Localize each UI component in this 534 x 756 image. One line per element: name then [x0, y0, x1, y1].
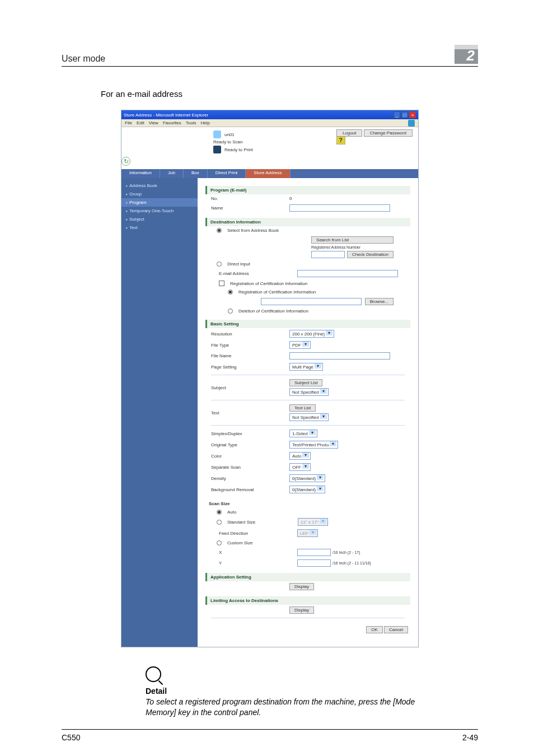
footer-page: 2-49 [462, 733, 478, 742]
window-titlebar: Store Address - Microsoft Internet Explo… [121, 110, 418, 119]
radio-select-from-address-book[interactable] [217, 228, 222, 233]
radio-deletion-cert-info[interactable] [228, 309, 233, 314]
density-select[interactable]: 0(Standard) [289, 474, 325, 482]
logout-button[interactable]: Logout [336, 129, 362, 137]
label-original-type: Original Type [211, 442, 289, 447]
refresh-icon[interactable]: ↻ [121, 157, 130, 166]
sidebar-item-address-book[interactable]: Address Book [121, 181, 198, 190]
color-select[interactable]: Auto [289, 452, 311, 460]
label-no: No. [211, 196, 289, 201]
ok-button[interactable]: OK [366, 626, 383, 633]
menu-tools[interactable]: Tools [186, 120, 196, 125]
label-density: Density [211, 476, 289, 481]
check-destination-button[interactable]: Check Destination [347, 251, 394, 258]
custom-y-input[interactable] [297, 559, 331, 567]
browse-button[interactable]: Browse... [365, 298, 394, 305]
original-type-select[interactable]: Text/Printed Photo [289, 441, 338, 449]
label-background-removal: Background Removal [211, 487, 289, 492]
cancel-button[interactable]: Cancel [384, 626, 408, 633]
status-print: Ready to Print [224, 147, 253, 152]
resolution-select[interactable]: 200 x 200 (Fine) [289, 330, 334, 338]
background-removal-select[interactable]: 0(Standard) [289, 486, 325, 493]
menu-file[interactable]: File [125, 120, 132, 125]
feed-direction-select[interactable]: LEF [297, 529, 318, 537]
radio-scan-standard[interactable] [217, 520, 222, 525]
sidebar-item-program[interactable]: Program [121, 198, 198, 207]
label-color: Color [211, 454, 289, 459]
printer-icon [213, 146, 221, 153]
standard-size-select[interactable]: 11" x 17" [298, 518, 328, 526]
label-resolution: Resolution [211, 332, 289, 337]
main-panel: Program (E-mail) No.0 Name Destination I… [198, 178, 418, 647]
tab-information[interactable]: Information [121, 169, 160, 178]
tab-job[interactable]: Job [160, 169, 184, 178]
text-list-button[interactable]: Text List [289, 404, 316, 412]
label-custom-x: X [219, 550, 297, 555]
email-address-input[interactable] [297, 270, 398, 277]
subject-list-button[interactable]: Subject List [289, 379, 322, 386]
unit-x: /16 Inch (2 - 17) [332, 550, 360, 554]
user-name: un01 [224, 132, 235, 137]
label-page-setting: Page Setting [211, 365, 289, 370]
tab-store-address[interactable]: Store Address [246, 169, 290, 178]
label-text: Text [211, 410, 289, 416]
simplex-duplex-select[interactable]: 1-Sided [289, 430, 317, 437]
registered-address-number-input[interactable] [311, 251, 345, 258]
sidebar-item-temporary-one-touch[interactable]: Temporary One-Touch [121, 207, 198, 215]
checkbox-registration-cert-info[interactable] [219, 281, 224, 286]
section-program-email: Program (E-mail) [205, 186, 410, 194]
section-destination-info: Destination Information [205, 218, 410, 226]
sidebar-item-group[interactable]: Group [121, 190, 198, 198]
label-direct-input: Direct Input [227, 262, 250, 267]
tab-direct-print[interactable]: Direct Print [208, 169, 246, 178]
status-scan: Ready to Scan [213, 139, 242, 144]
name-input[interactable] [289, 204, 390, 212]
sidebar-item-text[interactable]: Text [121, 223, 198, 232]
detail-note: Detail To select a registered program de… [146, 666, 444, 718]
radio-registration-cert-info[interactable] [228, 290, 233, 295]
label-select-from-address-book: Select from Address Book [227, 228, 279, 233]
section-limiting-access: Limiting Access to Destinations [205, 596, 410, 605]
separate-scan-select[interactable]: OFF [289, 463, 311, 471]
label-separate-scan: Separate Scan [211, 465, 289, 470]
section-basic-setting: Basic Setting [205, 320, 410, 328]
value-no: 0 [289, 196, 405, 201]
page-header: un01 Ready to Scan Ready to Print Logout… [121, 127, 418, 156]
file-name-input[interactable] [289, 352, 390, 360]
radio-direct-input[interactable] [217, 262, 222, 267]
application-display-button[interactable]: Display [289, 583, 314, 590]
sidebar-item-subject[interactable]: Subject [121, 215, 198, 223]
help-icon[interactable]: ? [336, 136, 345, 144]
menu-edit[interactable]: Edit [137, 120, 144, 125]
ie-logo-icon [408, 120, 415, 127]
custom-x-input[interactable] [297, 549, 331, 556]
text-select[interactable]: Not Specified [289, 413, 329, 421]
menu-help[interactable]: Help [200, 120, 209, 125]
detail-heading: Detail [146, 687, 444, 696]
menu-favorites[interactable]: Favorites [163, 120, 181, 125]
label-scan-standard: Standard Size [227, 520, 294, 525]
running-head-title: User mode [62, 54, 105, 64]
unit-y: /16 Inch (2 - 11 11/16) [332, 561, 371, 565]
tab-box[interactable]: Box [184, 169, 208, 178]
label-custom-y: Y [219, 561, 297, 566]
radio-scan-auto[interactable] [217, 510, 222, 515]
label-radio-registration-cert-info: Registration of Certification Informatio… [238, 290, 316, 295]
section-application-setting: Application Setting [205, 573, 410, 581]
label-registered-address-number: Registered Address Number [311, 245, 394, 249]
page-setting-select[interactable]: Multi Page [289, 363, 323, 371]
label-scan-auto: Auto [227, 510, 236, 515]
minimize-icon[interactable]: _ [394, 111, 400, 118]
subject-select[interactable]: Not Specified [289, 388, 329, 396]
radio-scan-custom[interactable] [217, 540, 222, 545]
limiting-display-button[interactable]: Display [289, 606, 314, 614]
maximize-icon[interactable]: □ [401, 111, 408, 118]
label-simplex-duplex: Simplex/Duplex [211, 431, 289, 436]
cert-file-input[interactable] [261, 298, 362, 305]
menu-view[interactable]: View [149, 120, 158, 125]
search-from-list-button[interactable]: Search from List [311, 236, 394, 244]
section-title: For an e-mail address [101, 89, 478, 99]
file-type-select[interactable]: PDF [289, 341, 311, 349]
change-password-button[interactable]: Change Password [364, 129, 413, 137]
close-icon[interactable]: × [409, 111, 416, 118]
